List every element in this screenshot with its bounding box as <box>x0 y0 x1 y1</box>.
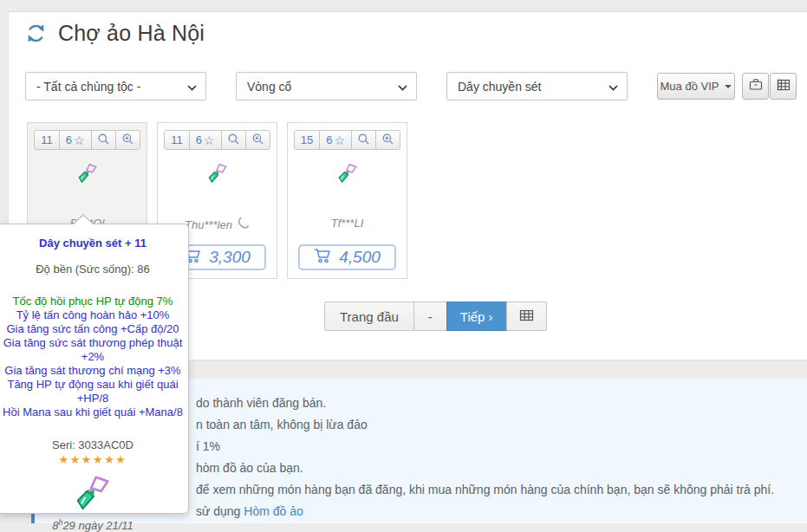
stat-line: Gia tăng sức tấn công +Cấp độ/20 <box>0 322 188 336</box>
tooltip-durability: Độ bền (Sức sống): 86 <box>0 263 188 276</box>
buy-button[interactable]: 4,500 <box>298 244 396 270</box>
info-line: hòm đồ ảo của bạn. <box>196 457 798 479</box>
stat-line: Tỷ lệ tấn công hoàn hảo +10% <box>0 308 188 322</box>
upgrade-level-button[interactable]: 11 <box>164 130 190 150</box>
search-button[interactable] <box>351 130 376 150</box>
seller-name[interactable]: Tf***LI <box>288 217 407 230</box>
tooltip-star-rating: ★★★★★★ <box>0 453 188 466</box>
buy-vip-label: Mua đồ VIP <box>661 80 719 93</box>
stat-line: Gia tăng sức sát thương phép thuật +2% <box>0 336 188 364</box>
zoom-in-button[interactable] <box>115 130 140 150</box>
zoom-in-icon <box>382 133 394 147</box>
type-select-value: Dây chuyền sét <box>458 80 542 94</box>
phone-icon[interactable] <box>237 217 250 232</box>
info-line: sử dụng Hòm đồ ảo <box>196 501 798 522</box>
card-toolbar: 11 6☆ <box>158 130 277 150</box>
page-title: Chợ ảo Hà Nội <box>58 21 205 46</box>
search-icon <box>358 133 369 147</box>
pagination-next-button[interactable]: Tiếp › <box>446 302 507 331</box>
stat-line: Hồi Mana sau khi giết quái +Mana/8 <box>0 405 188 419</box>
upgrade-level-button[interactable]: 15 <box>294 130 320 150</box>
grid-icon <box>519 309 534 324</box>
tooltip-serial: Seri: 3033AC0D <box>0 438 188 451</box>
zoom-in-icon <box>122 133 133 147</box>
item-image[interactable] <box>158 162 277 185</box>
pagination-current-button[interactable]: - <box>413 302 447 331</box>
card-toolbar: 11 6☆ <box>28 130 146 150</box>
star-outline-icon: ☆ <box>335 134 346 146</box>
cart-icon <box>314 248 332 268</box>
race-select[interactable]: - Tất cả chủng tộc - <box>25 72 206 101</box>
table-view-button[interactable] <box>770 73 797 100</box>
zoom-in-button[interactable] <box>375 130 400 150</box>
pagination: Trang đầu - Tiếp › <box>324 302 547 331</box>
briefcase-button[interactable] <box>742 73 769 100</box>
category-select[interactable]: Vòng cổ <box>236 72 417 101</box>
page-header: Chợ ảo Hà Nội <box>25 21 205 46</box>
price-value: 4,500 <box>339 248 381 267</box>
item-image[interactable] <box>288 162 407 185</box>
search-icon <box>228 133 239 147</box>
upgrade-level-button[interactable]: 11 <box>34 130 60 150</box>
race-select-value: - Tất cả chủng tộc - <box>36 80 140 94</box>
stat-line: Tăng HP tự động sau khi giết quái +HP/8 <box>0 378 188 405</box>
chevron-down-icon <box>398 80 407 94</box>
rating-button[interactable]: 6☆ <box>189 130 222 150</box>
chevron-down-icon <box>187 80 197 94</box>
item-card[interactable]: 15 6☆ Tf***LI 4,500 <box>287 122 407 279</box>
buy-vip-button[interactable]: Mua đồ VIP <box>657 73 735 100</box>
card-toolbar: 15 6☆ <box>288 130 407 150</box>
briefcase-icon <box>749 78 763 94</box>
info-line: để xem những món hàng bạn đã đăng, khi m… <box>196 479 798 501</box>
refresh-icon[interactable] <box>25 23 47 44</box>
item-image[interactable] <box>28 162 146 185</box>
price-value: 3,300 <box>209 248 251 267</box>
rating-button[interactable]: 6☆ <box>319 130 352 150</box>
item-tooltip: Dây chuyền sét + 11 Độ bền (Sức sống): 8… <box>0 224 189 514</box>
tooltip-stats: Tốc độ hồi phục HP tự động 7% Tỷ lệ tấn … <box>0 295 188 419</box>
table-icon <box>777 79 791 94</box>
zoom-in-icon <box>252 133 264 147</box>
stat-line: Gia tăng sát thương chí mạng +3% <box>0 364 188 378</box>
info-line: í 1% <box>196 436 798 457</box>
search-icon <box>98 133 109 147</box>
stat-line: Tốc độ hồi phục HP tự động 7% <box>0 295 188 308</box>
pagination-grid-button[interactable] <box>506 302 547 331</box>
caret-down-icon <box>725 85 732 88</box>
tooltip-item-image <box>0 473 188 513</box>
tooltip-listing-time: 8h29 ngày 21/11 <box>0 518 188 532</box>
star-outline-icon: ☆ <box>74 134 85 146</box>
star-outline-icon: ☆ <box>204 134 215 146</box>
virtual-chest-link[interactable]: Hòm đồ ảo <box>244 504 303 518</box>
info-line: do thành viên đăng bán. <box>196 393 798 414</box>
type-select[interactable]: Dây chuyền sét <box>446 72 628 101</box>
rating-button[interactable]: 6☆ <box>59 130 92 150</box>
info-line: n toàn an tâm, không bị lừa đảo <box>196 414 798 436</box>
zoom-in-button[interactable] <box>245 130 270 150</box>
pagination-first-button[interactable]: Trang đầu <box>324 302 414 331</box>
chevron-down-icon <box>609 80 618 94</box>
search-button[interactable] <box>221 130 246 150</box>
tooltip-item-name: Dây chuyền sét + 11 <box>0 237 188 250</box>
search-button[interactable] <box>91 130 116 150</box>
category-select-value: Vòng cổ <box>247 80 291 94</box>
